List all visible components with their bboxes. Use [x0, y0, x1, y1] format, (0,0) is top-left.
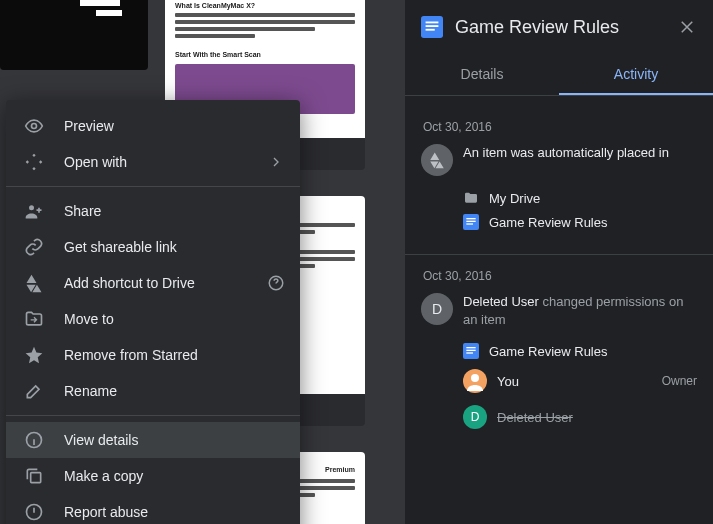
folder-move-icon: [24, 309, 44, 329]
link-icon: [24, 237, 44, 257]
menu-separator: [6, 186, 300, 187]
menu-item-share[interactable]: Share: [6, 193, 300, 229]
permission-row: D Deleted User: [463, 399, 697, 435]
menu-item-label: Preview: [64, 118, 114, 134]
activity-block: Oct 30, 2016 An item was automatically p…: [405, 110, 713, 250]
open-with-icon: [24, 152, 44, 172]
menu-item-remove-starred[interactable]: Remove from Starred: [6, 337, 300, 373]
user-avatar: D: [463, 405, 487, 429]
nested-label: My Drive: [489, 191, 540, 206]
menu-item-label: Make a copy: [64, 468, 143, 484]
menu-item-move-to[interactable]: Move to: [6, 301, 300, 337]
drive-plus-icon: [24, 273, 44, 293]
svg-point-26: [471, 374, 479, 382]
activity-date: Oct 30, 2016: [423, 269, 697, 283]
svg-rect-17: [426, 29, 435, 31]
actor-avatar: D: [421, 293, 453, 325]
activity-list: Oct 30, 2016 An item was automatically p…: [405, 96, 713, 524]
menu-item-report-abuse[interactable]: Report abuse: [6, 494, 300, 524]
menu-item-label: Remove from Starred: [64, 347, 198, 363]
panel-header: Game Review Rules: [405, 0, 713, 54]
perm-name: You: [497, 374, 652, 389]
menu-item-get-link[interactable]: Get shareable link: [6, 229, 300, 265]
menu-separator: [6, 415, 300, 416]
svg-point-8: [32, 124, 37, 129]
pencil-icon: [24, 381, 44, 401]
help-icon[interactable]: [266, 273, 286, 293]
svg-rect-19: [466, 218, 475, 219]
activity-text: Deleted User changed permissions on an i…: [463, 293, 697, 329]
svg-rect-21: [466, 223, 473, 224]
svg-rect-25: [466, 353, 473, 354]
svg-rect-23: [466, 347, 475, 348]
activity-text: An item was automatically placed in: [463, 144, 669, 176]
menu-item-label: Open with: [64, 154, 127, 170]
menu-item-make-copy[interactable]: Make a copy: [6, 458, 300, 494]
folder-icon: [463, 190, 479, 206]
tab-details[interactable]: Details: [405, 54, 559, 95]
nested-doc[interactable]: Game Review Rules: [463, 339, 697, 363]
context-menu: Preview Open with Share Get shareable li…: [6, 100, 300, 524]
activity-block: Oct 30, 2016 D Deleted User changed perm…: [405, 259, 713, 451]
nested-folder[interactable]: My Drive: [463, 186, 697, 210]
menu-item-preview[interactable]: Preview: [6, 108, 300, 144]
perm-role: Owner: [662, 374, 697, 388]
chevron-right-icon: [266, 152, 286, 172]
menu-item-label: Report abuse: [64, 504, 148, 520]
svg-rect-12: [31, 473, 41, 483]
menu-item-label: Add shortcut to Drive: [64, 275, 195, 291]
permission-row: You Owner: [463, 363, 697, 399]
star-icon: [24, 345, 44, 365]
google-docs-icon: [421, 16, 443, 38]
nested-doc[interactable]: Game Review Rules: [463, 210, 697, 234]
user-avatar: [463, 369, 487, 393]
google-docs-icon: [463, 343, 479, 359]
svg-rect-20: [466, 221, 475, 222]
details-panel: Game Review Rules Details Activity Oct 3…: [405, 0, 713, 524]
menu-item-label: Move to: [64, 311, 114, 327]
info-icon: [24, 430, 44, 450]
svg-point-9: [29, 205, 34, 210]
nested-label: Game Review Rules: [489, 215, 608, 230]
activity-divider: [405, 254, 713, 255]
close-button[interactable]: [675, 15, 699, 39]
svg-rect-15: [426, 22, 439, 24]
menu-item-add-shortcut[interactable]: Add shortcut to Drive: [6, 265, 300, 301]
warning-icon: [24, 502, 44, 522]
google-docs-icon: [463, 214, 479, 230]
tab-activity[interactable]: Activity: [559, 54, 713, 95]
menu-item-label: Get shareable link: [64, 239, 177, 255]
panel-tabs: Details Activity: [405, 54, 713, 96]
svg-rect-24: [466, 350, 475, 351]
menu-item-open-with[interactable]: Open with: [6, 144, 300, 180]
person-add-icon: [24, 201, 44, 221]
file-card-thumb-dark[interactable]: [0, 0, 148, 70]
panel-title: Game Review Rules: [455, 17, 663, 38]
menu-item-label: Share: [64, 203, 101, 219]
activity-date: Oct 30, 2016: [423, 120, 697, 134]
menu-item-rename[interactable]: Rename: [6, 373, 300, 409]
copy-icon: [24, 466, 44, 486]
perm-name: Deleted User: [497, 410, 697, 425]
eye-icon: [24, 116, 44, 136]
svg-rect-16: [426, 25, 439, 27]
drive-system-avatar: [421, 144, 453, 176]
menu-item-label: View details: [64, 432, 138, 448]
close-icon: [678, 18, 696, 36]
nested-label: Game Review Rules: [489, 344, 608, 359]
menu-item-view-details[interactable]: View details: [6, 422, 300, 458]
menu-item-label: Rename: [64, 383, 117, 399]
